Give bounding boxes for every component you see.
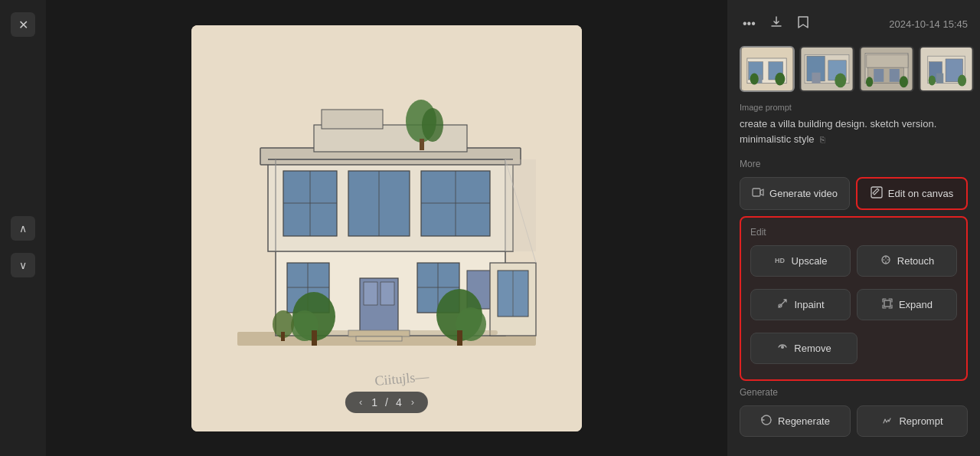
- expand-icon: [881, 297, 893, 312]
- page-indicator: ‹ 1 / 4 ›: [345, 392, 428, 413]
- svg-text:HD: HD: [775, 257, 785, 264]
- svg-point-54: [775, 73, 785, 86]
- page-current: 1: [371, 396, 377, 408]
- retouch-button[interactable]: Retouch: [857, 245, 957, 277]
- bookmark-button[interactable]: [794, 12, 812, 35]
- edit-section-box: Edit HD Upscale: [740, 216, 968, 381]
- svg-rect-63: [867, 54, 908, 67]
- regenerate-icon: [760, 414, 773, 428]
- reprompt-button[interactable]: Reprompt: [857, 405, 968, 437]
- prompt-text: create a villa building design. sketch v…: [740, 116, 968, 146]
- page-separator: /: [385, 396, 388, 408]
- svg-point-74: [929, 75, 936, 85]
- top-bar: ••• 2024-10-14 15:45: [740, 12, 968, 35]
- svg-rect-81: [884, 300, 890, 307]
- svg-point-67: [866, 77, 873, 87]
- next-page-button[interactable]: ›: [410, 396, 416, 408]
- page-total: 4: [396, 396, 402, 408]
- edit-on-canvas-button[interactable]: Edit on canvas: [856, 177, 968, 210]
- retouch-icon: [880, 254, 892, 268]
- edit-section-label: Edit: [750, 227, 957, 238]
- download-button[interactable]: [766, 12, 786, 35]
- edit-row-1: HD Upscale Retouch: [750, 245, 957, 277]
- prev-page-button[interactable]: ‹: [358, 396, 364, 408]
- more-options-button[interactable]: •••: [740, 14, 759, 34]
- left-sidebar: ✕ ∧ ∨: [0, 0, 46, 456]
- svg-rect-39: [312, 330, 317, 346]
- svg-point-29: [422, 108, 443, 142]
- video-icon: [752, 186, 764, 201]
- upscale-button[interactable]: HD Upscale: [750, 245, 851, 277]
- nav-down-button[interactable]: ∨: [11, 253, 35, 277]
- generate-video-button[interactable]: Generate video: [740, 177, 850, 210]
- svg-point-82: [781, 346, 784, 349]
- svg-rect-76: [753, 189, 760, 196]
- image-container: Ciitujls— ‹ 1 / 4 ›: [191, 25, 582, 431]
- svg-rect-27: [322, 110, 383, 129]
- main-image-area: Ciitujls— ‹ 1 / 4 ›: [46, 0, 727, 456]
- nav-up-button[interactable]: ∧: [11, 216, 35, 241]
- edit-row-2: Inpaint Expand: [750, 289, 957, 320]
- remove-icon: [776, 341, 789, 356]
- canvas-icon: [871, 186, 883, 201]
- thumbnails-row: [740, 46, 968, 92]
- svg-rect-73: [936, 74, 943, 84]
- svg-rect-65: [874, 69, 884, 82]
- svg-rect-7: [364, 282, 377, 305]
- svg-point-53: [750, 74, 759, 85]
- house-illustration: Ciitujls—: [191, 25, 582, 431]
- generate-section: Generate Regenerate Reprom: [740, 387, 968, 437]
- svg-point-75: [958, 74, 966, 86]
- upscale-icon: HD: [774, 254, 786, 268]
- image-prompt-label: Image prompt: [740, 103, 968, 112]
- svg-point-68: [900, 76, 908, 87]
- remove-button[interactable]: Remove: [750, 333, 858, 364]
- generate-row: Regenerate Reprompt: [740, 405, 968, 437]
- more-icon: •••: [743, 17, 756, 31]
- right-panel: ••• 2024-10-14 15:45: [727, 0, 980, 456]
- top-bar-actions: •••: [740, 12, 812, 35]
- download-icon: [769, 15, 783, 32]
- prompt-link-icon: ⎘: [820, 135, 825, 144]
- timestamp: 2024-10-14 15:45: [889, 18, 968, 30]
- edit-buttons: HD Upscale Retouch: [750, 245, 957, 370]
- svg-rect-36: [356, 336, 402, 341]
- expand-button[interactable]: Expand: [857, 289, 957, 320]
- regenerate-button[interactable]: Regenerate: [740, 405, 851, 437]
- svg-rect-30: [420, 139, 424, 150]
- reprompt-icon: [881, 414, 893, 428]
- svg-rect-59: [812, 73, 820, 84]
- svg-rect-8: [381, 282, 394, 305]
- svg-rect-35: [348, 330, 410, 336]
- svg-point-60: [835, 74, 846, 88]
- inpaint-button[interactable]: Inpaint: [750, 289, 851, 320]
- svg-rect-66: [890, 69, 900, 82]
- more-actions-row: Generate video Edit on canvas: [740, 177, 968, 210]
- close-button[interactable]: ✕: [11, 12, 35, 37]
- generate-section-label: Generate: [740, 387, 968, 398]
- thumbnail-4[interactable]: [919, 46, 974, 92]
- edit-row-3: Remove: [750, 333, 957, 364]
- thumbnail-3[interactable]: [859, 46, 914, 92]
- thumbnail-2[interactable]: [799, 46, 854, 92]
- thumbnail-1[interactable]: [740, 46, 795, 92]
- svg-rect-42: [457, 330, 462, 346]
- more-section-label: More: [740, 159, 968, 169]
- inpaint-icon: [776, 297, 789, 312]
- svg-rect-47: [505, 159, 536, 251]
- svg-rect-44: [281, 332, 285, 341]
- bookmark-icon: [797, 15, 809, 32]
